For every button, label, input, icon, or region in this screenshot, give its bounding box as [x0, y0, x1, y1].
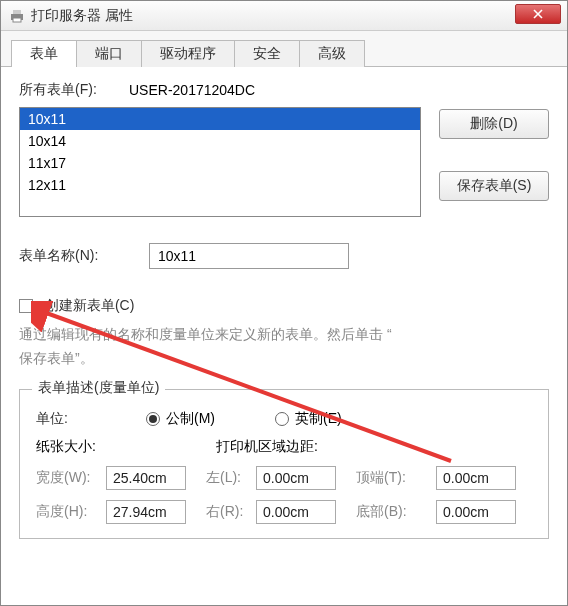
bottom-label: 底部(B): — [356, 503, 436, 521]
delete-button[interactable]: 删除(D) — [439, 109, 549, 139]
width-label: 宽度(W): — [36, 469, 106, 487]
title-bar: 打印服务器 属性 — [1, 1, 567, 31]
close-button[interactable] — [515, 4, 561, 24]
printer-icon — [9, 8, 25, 24]
form-name-input[interactable] — [149, 243, 349, 269]
tab-advanced[interactable]: 高级 — [299, 40, 365, 67]
print-server-properties-window: 打印服务器 属性 表单 端口 驱动程序 安全 高级 所有表单(F): USER-… — [0, 0, 568, 606]
margins-header: 打印机区域边距: — [216, 438, 318, 456]
right-value[interactable]: 0.00cm — [256, 500, 336, 524]
top-value[interactable]: 0.00cm — [436, 466, 516, 490]
tab-security[interactable]: 安全 — [234, 40, 300, 67]
height-label: 高度(H): — [36, 503, 106, 521]
create-new-form-label: 创建新表单(C) — [45, 297, 134, 313]
unit-imperial-label: 英制(E) — [295, 410, 342, 428]
svg-rect-3 — [13, 18, 21, 22]
form-name-label: 表单名称(N): — [19, 247, 149, 265]
tab-bar: 表单 端口 驱动程序 安全 高级 — [1, 31, 567, 67]
unit-metric-radio[interactable] — [146, 412, 160, 426]
window-title: 打印服务器 属性 — [31, 7, 133, 25]
list-item[interactable]: 10x11 — [20, 108, 420, 130]
tab-drivers[interactable]: 驱动程序 — [141, 40, 235, 67]
forms-listbox[interactable]: 10x11 10x14 11x17 12x11 — [19, 107, 421, 217]
list-item[interactable]: 12x11 — [20, 174, 420, 196]
fieldset-legend: 表单描述(度量单位) — [32, 379, 165, 397]
paper-size-header: 纸张大小: — [36, 438, 216, 456]
left-value[interactable]: 0.00cm — [256, 466, 336, 490]
tab-ports[interactable]: 端口 — [76, 40, 142, 67]
width-value[interactable]: 25.40cm — [106, 466, 186, 490]
unit-imperial-radio[interactable] — [275, 412, 289, 426]
right-label: 右(R): — [206, 503, 256, 521]
top-label: 顶端(T): — [356, 469, 436, 487]
info-text: 通过编辑现有的名称和度量单位来定义新的表单。然后单击 “ 保存表单”。 — [19, 323, 549, 371]
close-icon — [533, 9, 543, 19]
tab-content: 所有表单(F): USER-20171204DC 10x11 10x14 11x… — [1, 67, 567, 553]
tab-forms[interactable]: 表单 — [11, 40, 77, 67]
bottom-value[interactable]: 0.00cm — [436, 500, 516, 524]
list-item[interactable]: 11x17 — [20, 152, 420, 174]
save-form-button[interactable]: 保存表单(S) — [439, 171, 549, 201]
server-name: USER-20171204DC — [129, 82, 255, 98]
unit-metric-label: 公制(M) — [166, 410, 215, 428]
height-value[interactable]: 27.94cm — [106, 500, 186, 524]
create-new-form-checkbox[interactable] — [19, 299, 33, 313]
left-label: 左(L): — [206, 469, 256, 487]
form-description-fieldset: 表单描述(度量单位) 单位: 公制(M) 英制(E) 纸张大小: 打印机区域边距… — [19, 389, 549, 539]
list-item[interactable]: 10x14 — [20, 130, 420, 152]
unit-label: 单位: — [36, 410, 106, 428]
svg-rect-2 — [13, 10, 21, 14]
all-forms-label: 所有表单(F): — [19, 81, 129, 99]
